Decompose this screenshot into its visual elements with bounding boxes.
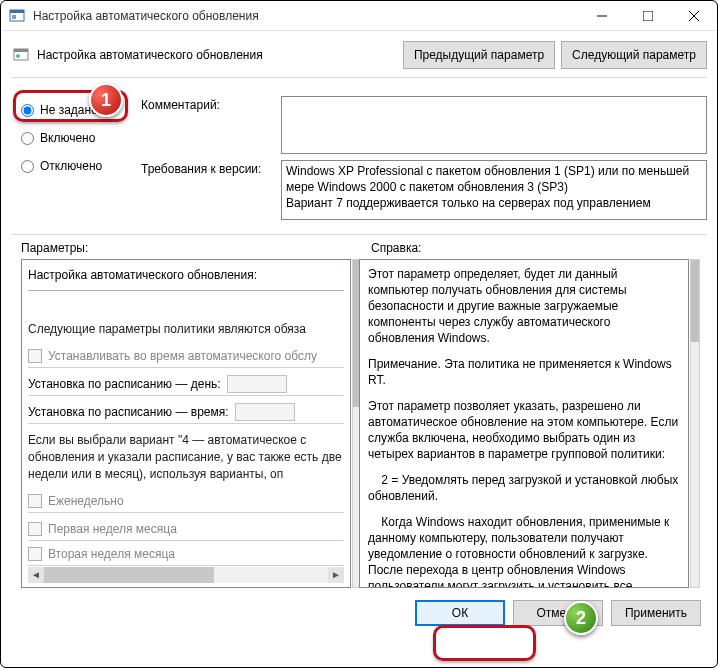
schedule-time-row: Установка по расписанию — время: bbox=[28, 400, 344, 424]
ok-button[interactable]: ОК bbox=[415, 600, 505, 626]
checkbox-first-week-label: Первая неделя месяца bbox=[48, 522, 177, 536]
apply-button[interactable]: Применить bbox=[611, 600, 701, 626]
help-paragraph-5: Когда Windows находит обновления, примен… bbox=[368, 514, 680, 588]
minimize-button[interactable] bbox=[579, 1, 625, 31]
checkbox-install-maintenance[interactable]: Устанавливать во время автоматического о… bbox=[28, 344, 344, 368]
schedule-day-row: Установка по расписанию — день: bbox=[28, 372, 344, 396]
app-icon bbox=[9, 8, 25, 24]
options-heading: Настройка автоматического обновления: bbox=[28, 264, 344, 288]
title-bar: Настройка автоматического обновления bbox=[1, 1, 717, 31]
close-button[interactable] bbox=[671, 1, 717, 31]
radio-enabled-label: Включено bbox=[40, 131, 95, 145]
checkbox-icon bbox=[28, 522, 42, 536]
radio-enabled[interactable]: Включено bbox=[21, 124, 141, 152]
options-pane: Настройка автоматического обновления: Сл… bbox=[21, 259, 351, 588]
schedule-day-label: Установка по расписанию — день: bbox=[28, 377, 221, 391]
schedule-time-label: Установка по расписанию — время: bbox=[28, 405, 229, 419]
help-paragraph-2: Примечание. Эта политика не применяется … bbox=[368, 356, 680, 388]
checkbox-icon bbox=[28, 547, 42, 561]
scroll-left-icon[interactable]: ◄ bbox=[28, 567, 44, 583]
help-paragraph-3: Этот параметр позволяет указать, разреше… bbox=[368, 398, 680, 462]
options-variant4-text: Если вы выбрали вариант "4 — автоматичес… bbox=[28, 432, 344, 483]
svg-rect-8 bbox=[14, 49, 28, 52]
radio-enabled-input[interactable] bbox=[21, 132, 34, 145]
help-paragraph-4: 2 = Уведомлять перед загрузкой и установ… bbox=[368, 472, 680, 504]
options-required-text: Следующие параметры политики являются об… bbox=[28, 321, 344, 338]
requirements-text: Windows XP Professional с пакетом обновл… bbox=[281, 160, 707, 220]
radio-disabled[interactable]: Отключено bbox=[21, 152, 141, 180]
policy-icon bbox=[13, 47, 29, 63]
svg-point-9 bbox=[16, 54, 20, 58]
svg-rect-1 bbox=[10, 10, 24, 13]
svg-rect-2 bbox=[12, 15, 16, 19]
radio-disabled-label: Отключено bbox=[40, 159, 102, 173]
previous-setting-button[interactable]: Предыдущий параметр bbox=[403, 41, 555, 69]
schedule-time-input[interactable] bbox=[235, 403, 295, 421]
svg-rect-4 bbox=[643, 11, 653, 21]
window-title: Настройка автоматического обновления bbox=[33, 9, 579, 23]
options-label: Параметры: bbox=[21, 241, 371, 255]
help-paragraph-1: Этот параметр определяет, будет ли данны… bbox=[368, 266, 680, 346]
policy-title: Настройка автоматического обновления bbox=[37, 48, 263, 62]
help-vertical-scrollbar[interactable] bbox=[690, 259, 700, 588]
checkbox-second-week-label: Вторая неделя месяца bbox=[48, 547, 175, 561]
comment-label: Комментарий: bbox=[141, 96, 281, 154]
requirements-label: Требования к версии: bbox=[141, 160, 281, 220]
maximize-button[interactable] bbox=[625, 1, 671, 31]
help-label: Справка: bbox=[371, 241, 421, 255]
radio-disabled-input[interactable] bbox=[21, 160, 34, 173]
options-horizontal-scrollbar[interactable]: ◄ ► bbox=[28, 565, 344, 583]
scroll-right-icon[interactable]: ► bbox=[328, 567, 344, 583]
checkbox-icon bbox=[28, 349, 42, 363]
comment-input[interactable] bbox=[281, 96, 707, 154]
checkbox-weekly[interactable]: Еженедельно bbox=[28, 489, 344, 513]
checkbox-weekly-label: Еженедельно bbox=[48, 494, 124, 508]
checkbox-first-week[interactable]: Первая неделя месяца bbox=[28, 517, 344, 541]
checkbox-install-maintenance-label: Устанавливать во время автоматического о… bbox=[48, 349, 317, 363]
schedule-day-input[interactable] bbox=[227, 375, 287, 393]
annotation-badge-1: 1 bbox=[89, 83, 123, 117]
help-pane: Этот параметр определяет, будет ли данны… bbox=[359, 259, 689, 588]
checkbox-icon bbox=[28, 494, 42, 508]
annotation-badge-2: 2 bbox=[564, 601, 598, 635]
next-setting-button[interactable]: Следующий параметр bbox=[561, 41, 707, 69]
